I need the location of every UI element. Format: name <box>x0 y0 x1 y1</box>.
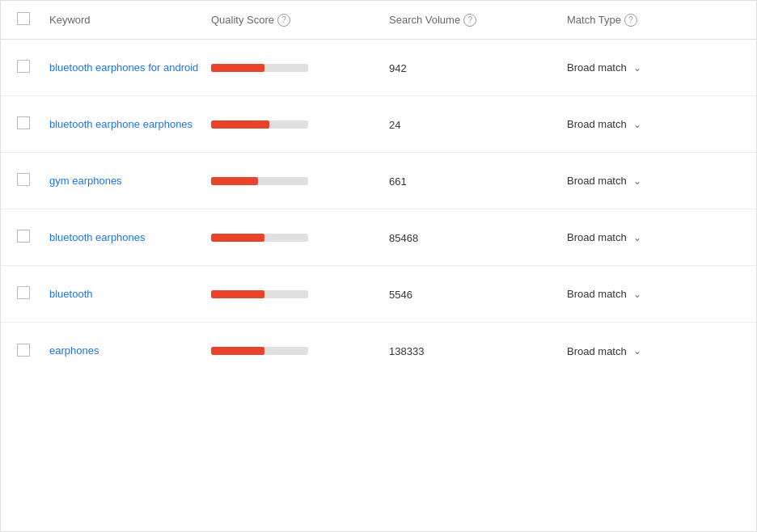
volume-text-2: 661 <box>389 175 407 188</box>
quality-cell-1 <box>211 120 389 129</box>
row-checkbox-4[interactable] <box>17 286 30 299</box>
matchtype-column-header: Match Type ? <box>567 14 740 27</box>
quality-bar-1 <box>211 120 340 129</box>
bar-track-0 <box>211 64 308 72</box>
keyword-cell-5: earphones <box>49 343 211 359</box>
bar-fill-4 <box>211 290 264 298</box>
keyword-text-3: bluetooth earphones <box>49 231 146 243</box>
chevron-down-icon-4[interactable]: ⌄ <box>633 289 641 300</box>
bar-track-3 <box>211 234 308 242</box>
quality-cell-2 <box>211 177 389 185</box>
match-type-text-5: Broad match <box>567 345 627 357</box>
row-checkbox-col <box>17 60 49 75</box>
row-checkbox-col <box>17 286 49 302</box>
matchtype-cell-3: Broad match ⌄ <box>567 231 740 243</box>
matchtype-cell-0: Broad match ⌄ <box>567 61 740 74</box>
chevron-down-icon-0[interactable]: ⌄ <box>633 62 641 74</box>
match-type-container-4: Broad match ⌄ <box>567 288 740 300</box>
quality-bar-2 <box>211 177 340 185</box>
row-checkbox-col <box>17 230 49 245</box>
table-header: Keyword Quality Score ? Search Volume ? … <box>1 1 756 40</box>
match-type-text-4: Broad match <box>567 288 627 300</box>
volume-text-3: 85468 <box>389 232 418 244</box>
quality-cell-0 <box>211 64 389 72</box>
quality-cell-3 <box>211 234 389 242</box>
chevron-down-icon-5[interactable]: ⌄ <box>633 345 641 357</box>
bar-fill-3 <box>211 234 264 242</box>
chevron-down-icon-1[interactable]: ⌄ <box>633 119 641 130</box>
select-all-checkbox-col <box>17 12 49 27</box>
keyword-text-1: bluetooth earphone earphones <box>49 118 192 130</box>
quality-cell-5 <box>211 347 389 355</box>
keyword-column-header: Keyword <box>49 14 211 26</box>
volume-cell-1: 24 <box>389 118 567 131</box>
keyword-cell-4: bluetooth <box>49 286 211 302</box>
row-checkbox-col <box>17 116 49 132</box>
match-type-text-3: Broad match <box>567 231 627 243</box>
matchtype-help-icon[interactable]: ? <box>624 14 637 27</box>
table-row: earphones 138333 Broad match ⌄ <box>1 323 756 379</box>
match-type-container-2: Broad match ⌄ <box>567 175 740 187</box>
table-row: bluetooth earphones 85468 Broad match ⌄ <box>1 209 756 266</box>
match-type-text-2: Broad match <box>567 175 627 187</box>
volume-text-5: 138333 <box>389 345 424 357</box>
row-checkbox-col <box>17 173 49 188</box>
volume-help-icon[interactable]: ? <box>463 14 476 27</box>
quality-column-label: Quality Score <box>211 14 274 26</box>
keyword-cell-1: bluetooth earphone earphones <box>49 116 211 133</box>
match-type-container-3: Broad match ⌄ <box>567 231 740 243</box>
row-checkbox-1[interactable] <box>17 116 30 129</box>
match-type-text-1: Broad match <box>567 118 627 130</box>
row-checkbox-2[interactable] <box>17 173 30 186</box>
match-type-container-5: Broad match ⌄ <box>567 345 740 357</box>
keyword-text-0: bluetooth earphones for android <box>49 61 198 74</box>
row-checkbox-3[interactable] <box>17 230 30 243</box>
quality-bar-5 <box>211 347 340 355</box>
quality-help-icon[interactable]: ? <box>277 14 290 27</box>
keyword-column-label: Keyword <box>49 14 91 26</box>
keyword-text-4: bluetooth <box>49 288 93 300</box>
table-row: bluetooth earphone earphones 24 Broad ma… <box>1 96 756 153</box>
bar-track-1 <box>211 120 308 129</box>
select-all-checkbox[interactable] <box>17 12 30 25</box>
volume-text-0: 942 <box>389 62 407 74</box>
table-body: bluetooth earphones for android 942 Broa… <box>1 40 756 379</box>
volume-cell-0: 942 <box>389 61 567 74</box>
bar-fill-2 <box>211 177 258 185</box>
quality-bar-4 <box>211 290 340 298</box>
volume-text-1: 24 <box>389 119 400 131</box>
bar-fill-0 <box>211 64 264 72</box>
keyword-cell-2: gym earphones <box>49 173 211 189</box>
matchtype-cell-5: Broad match ⌄ <box>567 345 740 357</box>
chevron-down-icon-3[interactable]: ⌄ <box>633 232 641 243</box>
volume-cell-4: 5546 <box>389 288 567 301</box>
bar-fill-1 <box>211 120 269 129</box>
quality-column-header: Quality Score ? <box>211 14 389 27</box>
table-row: bluetooth 5546 Broad match ⌄ <box>1 266 756 323</box>
keyword-text-5: earphones <box>49 344 99 357</box>
volume-column-label: Search Volume <box>389 14 460 26</box>
bar-track-4 <box>211 290 308 298</box>
volume-column-header: Search Volume ? <box>389 14 567 27</box>
volume-cell-2: 661 <box>389 175 567 188</box>
chevron-down-icon-2[interactable]: ⌄ <box>633 175 641 187</box>
matchtype-cell-4: Broad match ⌄ <box>567 288 740 300</box>
keyword-cell-3: bluetooth earphones <box>49 230 211 246</box>
row-checkbox-col <box>17 344 49 359</box>
keyword-table: Keyword Quality Score ? Search Volume ? … <box>0 0 757 532</box>
quality-bar-0 <box>211 64 340 72</box>
volume-cell-3: 85468 <box>389 231 567 244</box>
row-checkbox-5[interactable] <box>17 344 30 357</box>
bar-track-5 <box>211 347 308 355</box>
matchtype-cell-2: Broad match ⌄ <box>567 175 740 187</box>
keyword-text-2: gym earphones <box>49 175 122 187</box>
bar-track-2 <box>211 177 308 185</box>
match-type-text-0: Broad match <box>567 61 627 74</box>
table-row: gym earphones 661 Broad match ⌄ <box>1 153 756 209</box>
quality-bar-3 <box>211 234 340 242</box>
row-checkbox-0[interactable] <box>17 60 30 73</box>
keyword-cell-0: bluetooth earphones for android <box>49 60 211 76</box>
match-type-container-1: Broad match ⌄ <box>567 118 740 130</box>
matchtype-cell-1: Broad match ⌄ <box>567 118 740 130</box>
matchtype-column-label: Match Type <box>567 14 621 26</box>
